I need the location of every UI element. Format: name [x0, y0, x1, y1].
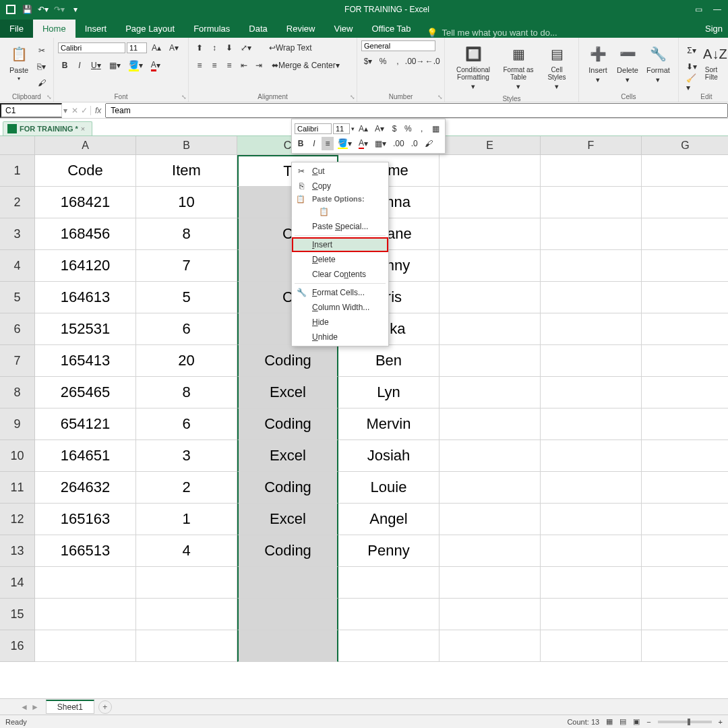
cell-B13[interactable]: 4 [136, 535, 237, 567]
ctx-column-width[interactable]: Column Width... [292, 300, 388, 315]
ctx-hide[interactable]: Hide [292, 315, 388, 330]
qat-dropdown-icon[interactable]: ▾ [69, 3, 82, 16]
increase-indent-button[interactable]: ⇥ [252, 58, 266, 73]
cell-A7[interactable]: 165413 [35, 345, 136, 377]
row-header-14[interactable]: 14 [0, 567, 35, 599]
cell-E16[interactable] [439, 630, 541, 662]
namebox-dropdown-icon[interactable]: ▾ [62, 106, 69, 115]
row-header-16[interactable]: 16 [0, 630, 35, 662]
view-layout-icon[interactable]: ▤ [619, 717, 626, 726]
minimize-icon[interactable]: — [710, 3, 724, 16]
cell-F8[interactable] [541, 377, 642, 408]
cell-E3[interactable] [439, 218, 541, 250]
cell-D13[interactable]: Penny [338, 535, 439, 567]
font-size-select[interactable] [127, 42, 147, 53]
cell-B9[interactable]: 6 [136, 408, 237, 440]
row-header-10[interactable]: 10 [0, 440, 35, 472]
cell-E13[interactable] [439, 535, 541, 567]
row-header-6[interactable]: 6 [0, 313, 35, 345]
cell-E8[interactable] [439, 377, 541, 408]
row-header-5[interactable]: 5 [0, 282, 35, 313]
close-doc-icon[interactable]: × [81, 125, 85, 133]
align-right-button[interactable]: ≡ [222, 58, 236, 73]
redo-icon[interactable]: ↷▾ [53, 3, 66, 16]
cell-A5[interactable]: 164613 [35, 282, 136, 313]
cell-D8[interactable]: Lyn [338, 377, 439, 408]
tell-me-search[interactable]: 💡 Tell me what you want to do... [427, 28, 557, 38]
merge-center-button[interactable]: ⬌ Merge & Center ▾ [267, 58, 344, 73]
alignment-dialog-launcher[interactable]: ⤡ [350, 94, 355, 100]
sort-filter-button[interactable]: A↓ZSort Filte [700, 40, 728, 90]
next-sheet-icon[interactable]: ► [31, 702, 39, 712]
cell-G12[interactable] [642, 504, 728, 535]
cell-A12[interactable]: 165163 [35, 504, 136, 535]
cell-G1[interactable] [642, 155, 728, 187]
row-header-13[interactable]: 13 [0, 535, 35, 567]
number-format-select[interactable] [361, 40, 435, 51]
mini-comma[interactable]: , [416, 122, 428, 135]
column-header-A[interactable]: A [35, 136, 136, 155]
zoom-out-icon[interactable]: − [646, 718, 650, 726]
mini-increase-font[interactable]: A▴ [356, 122, 371, 135]
cell-A4[interactable]: 164120 [35, 250, 136, 282]
percent-format-button[interactable]: % [376, 54, 390, 69]
clipboard-dialog-launcher[interactable]: ⤡ [47, 94, 52, 100]
cell-F3[interactable] [541, 218, 642, 250]
cell-C10[interactable]: Excel [237, 440, 338, 472]
bold-button[interactable]: B [58, 58, 71, 73]
cell-G16[interactable] [642, 630, 728, 662]
cell-B15[interactable] [136, 599, 237, 630]
cell-G10[interactable] [642, 440, 728, 472]
mini-font-name[interactable] [295, 123, 332, 134]
cell-D12[interactable]: Angel [338, 504, 439, 535]
cell-B16[interactable] [136, 630, 237, 662]
cell-E6[interactable] [439, 313, 541, 345]
cell-G15[interactable] [642, 599, 728, 630]
cell-G7[interactable] [642, 345, 728, 377]
enter-icon[interactable]: ✓ [81, 106, 88, 115]
cell-F15[interactable] [541, 599, 642, 630]
cell-E1[interactable] [439, 155, 541, 187]
cell-E15[interactable] [439, 599, 541, 630]
cell-F9[interactable] [541, 408, 642, 440]
cell-G9[interactable] [642, 408, 728, 440]
ribbon-options-icon[interactable]: ▭ [692, 3, 705, 16]
cell-F14[interactable] [541, 567, 642, 599]
ctx-paste-keep-source[interactable]: 📋 [292, 204, 388, 219]
font-dialog-launcher[interactable]: ⤡ [181, 94, 187, 100]
cell-A3[interactable]: 168456 [35, 218, 136, 250]
cell-E7[interactable] [439, 345, 541, 377]
cell-E12[interactable] [439, 504, 541, 535]
cell-B10[interactable]: 3 [136, 440, 237, 472]
cell-C15[interactable] [237, 599, 338, 630]
borders-button[interactable]: ▦▾ [106, 58, 124, 73]
cell-D14[interactable] [338, 567, 439, 599]
ctx-copy[interactable]: ⎘Copy [292, 179, 388, 193]
name-box[interactable] [0, 103, 62, 118]
format-painter-button[interactable]: 🖌 [34, 75, 49, 90]
decrease-indent-button[interactable]: ⇤ [237, 58, 251, 73]
cell-A8[interactable]: 265465 [35, 377, 136, 408]
select-all-corner[interactable] [0, 136, 35, 155]
row-header-4[interactable]: 4 [0, 250, 35, 282]
cell-A2[interactable]: 168421 [35, 187, 136, 218]
cell-B6[interactable]: 6 [136, 313, 237, 345]
mini-bold[interactable]: B [295, 137, 307, 150]
formula-bar[interactable] [105, 103, 728, 118]
cell-D15[interactable] [338, 599, 439, 630]
cell-G2[interactable] [642, 187, 728, 218]
mini-accounting[interactable]: $ [388, 122, 400, 135]
row-header-12[interactable]: 12 [0, 504, 35, 535]
mini-decrease-font[interactable]: A▾ [372, 122, 387, 135]
tab-office-tab[interactable]: Office Tab [362, 20, 420, 38]
increase-font-button[interactable]: A▴ [148, 40, 164, 55]
cell-F10[interactable] [541, 440, 642, 472]
ctx-cut[interactable]: ✂CuCutt [292, 164, 388, 179]
row-header-3[interactable]: 3 [0, 218, 35, 250]
cell-E9[interactable] [439, 408, 541, 440]
orientation-button[interactable]: ⤢▾ [237, 40, 255, 55]
fill-color-button[interactable]: 🪣▾ [125, 58, 146, 73]
mini-dec-decimal[interactable]: .0 [408, 137, 421, 150]
save-icon[interactable]: 💾 [20, 3, 34, 16]
decrease-decimal-button[interactable]: ←.0 [425, 54, 440, 69]
